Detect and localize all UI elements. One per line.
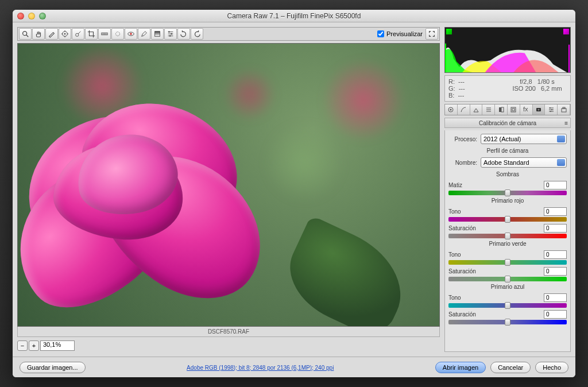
azul-tono-input[interactable] [544,293,567,302]
verde-sat-track[interactable] [448,277,567,281]
minimize-icon[interactable] [28,13,35,20]
svg-point-41 [551,109,552,110]
zoom-in-button[interactable]: + [29,340,39,351]
rojo-tono-slider: Tono [448,207,567,222]
svg-point-13 [116,32,120,36]
preview-checkbox-input[interactable] [377,30,384,37]
azul-header: Primario azul [448,284,567,290]
nombre-select[interactable]: Adobe Standard [481,157,567,168]
graduated-filter-tool-icon[interactable] [151,28,164,40]
histogram[interactable] [444,27,571,73]
zoom-out-button[interactable]: − [17,340,28,351]
workflow-link[interactable]: Adobe RGB (1998); bit 8; 2848 por 2136 (… [187,365,334,371]
abrir-button[interactable]: Abrir imagen [435,362,486,373]
window-title: Camera Raw 7.1 – Fujifilm FinePix S6500f… [13,12,575,20]
tab-curve[interactable] [458,105,470,115]
tab-hsl[interactable] [482,105,495,115]
traffic-lights [13,13,46,20]
svg-line-1 [26,35,29,37]
zoom-icon[interactable] [39,13,46,20]
right-pane: R:--- G:--- B:--- f/2,8 1/80 s ISO 200 6… [444,27,571,352]
svg-text:fx: fx [523,106,528,113]
perfil-header: Perfil de cámara [448,148,567,154]
svg-point-40 [550,107,551,109]
white-balance-tool-icon[interactable] [45,28,58,40]
preview-checkbox[interactable]: Previsualizar [377,30,423,37]
svg-rect-43 [562,109,566,112]
nombre-label: Nombre: [448,160,477,166]
verde-tono-input[interactable] [544,250,567,259]
matiz-track[interactable] [448,191,567,195]
svg-rect-33 [512,109,514,111]
tab-fx[interactable]: fx [520,105,533,115]
titlebar: Camera Raw 7.1 – Fujifilm FinePix S6500f… [13,10,575,22]
rojo-tono-input[interactable] [544,207,567,216]
preview-label: Previsualizar [386,30,423,37]
left-pane: Previsualizar DSCF8570.RAF − + 30,1% [17,27,440,352]
zoom-bar: − + 30,1% [17,339,440,352]
tab-presets[interactable] [545,105,558,115]
svg-point-26 [450,109,452,111]
highlight-clip-icon[interactable] [563,29,569,34]
rotate-right-icon[interactable] [191,28,203,40]
svg-point-3 [64,33,66,35]
tab-calibration[interactable] [533,105,546,115]
footer: Guardar imagen... Adobe RGB (1998); bit … [13,357,575,377]
crop-tool-icon[interactable] [85,28,98,40]
filename-label: DSCF8570.RAF [17,327,440,337]
adjustment-brush-tool-icon[interactable] [138,28,150,40]
rojo-sat-track[interactable] [448,234,567,238]
panel-title: Calibración de cámara [444,118,571,128]
close-icon[interactable] [17,13,24,20]
verde-tono-track[interactable] [448,260,567,265]
svg-point-0 [23,32,27,36]
rotate-left-icon[interactable] [177,28,190,40]
svg-rect-30 [499,107,501,112]
spot-removal-tool-icon[interactable] [111,28,124,40]
svg-rect-32 [511,107,516,112]
svg-point-15 [130,33,132,35]
guardar-button[interactable]: Guardar imagen... [20,362,86,373]
svg-point-20 [168,31,170,33]
rojo-tono-track[interactable] [448,217,567,222]
verde-sat-input[interactable] [544,267,567,276]
rojo-sat-input[interactable] [544,224,567,233]
tab-lens[interactable] [508,105,520,115]
fullscreen-icon[interactable] [425,28,438,40]
targeted-adjustment-tool-icon[interactable] [72,28,84,40]
color-sampler-tool-icon[interactable] [59,28,71,40]
cancelar-button[interactable]: Cancelar [490,362,531,373]
tab-basic[interactable] [445,105,458,115]
sombras-header: Sombras [448,171,567,177]
azul-sat-track[interactable] [448,320,567,324]
azul-tono-track[interactable] [448,303,567,308]
calibration-panel: Proceso: 2012 (Actual) Perfil de cámara … [444,130,571,352]
tab-snapshots[interactable] [558,105,570,115]
proceso-label: Proceso: [448,136,477,142]
svg-point-21 [171,33,172,35]
svg-point-42 [550,111,551,112]
preferences-icon[interactable] [164,28,177,40]
tab-split[interactable] [495,105,508,115]
svg-point-36 [537,109,539,111]
proceso-select[interactable]: 2012 (Actual) [481,134,567,144]
image-preview[interactable] [17,43,440,327]
zoom-select[interactable]: 30,1% [40,340,75,351]
shadow-clip-icon[interactable] [446,29,452,34]
hand-tool-icon[interactable] [32,28,45,40]
azul-sat-slider: Saturación [448,310,567,324]
azul-tono-slider: Tono [448,293,567,308]
tab-detail[interactable] [470,105,483,115]
zoom-tool-icon[interactable] [19,28,32,40]
matiz-input[interactable] [544,181,567,189]
body: Previsualizar DSCF8570.RAF − + 30,1% [13,22,575,357]
panel-tabs: fx [444,104,571,115]
red-eye-tool-icon[interactable] [125,28,137,40]
camera-raw-window: Camera Raw 7.1 – Fujifilm FinePix S6500f… [13,10,575,377]
verde-tono-slider: Tono [448,250,567,265]
straighten-tool-icon[interactable] [98,28,111,40]
hecho-button[interactable]: Hecho [535,362,568,373]
azul-sat-input[interactable] [544,310,567,319]
svg-rect-44 [563,107,565,109]
rojo-header: Primario rojo [448,198,567,204]
